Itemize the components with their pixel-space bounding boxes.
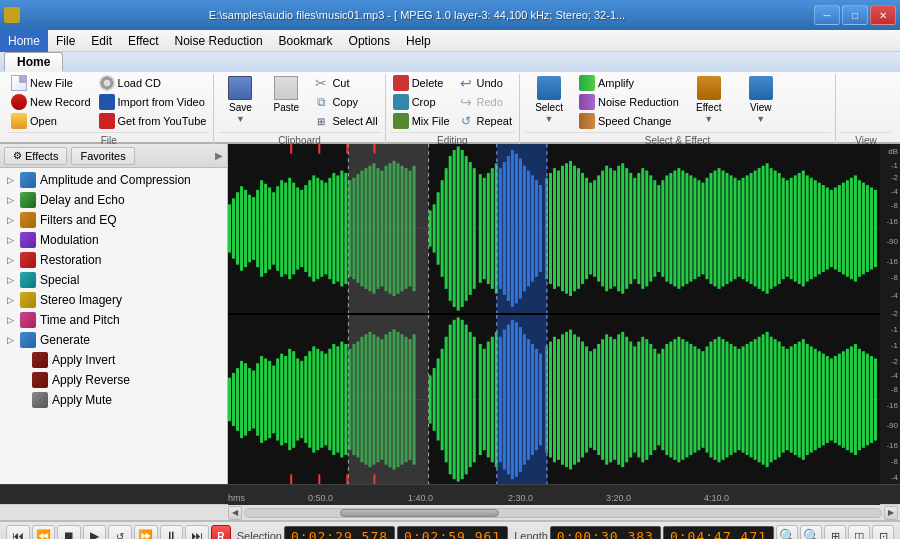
db-2: -2 [891, 174, 898, 182]
zoom-out-button[interactable]: 🔍- [800, 525, 822, 539]
repeat-button[interactable]: ↺ Repeat [455, 112, 515, 130]
expand-modulation-icon: ▷ [4, 234, 16, 246]
transport-stop[interactable]: ⏹ [57, 525, 81, 539]
transport-rewind[interactable]: ⏪ [32, 525, 56, 539]
mix-file-button[interactable]: Mix File [390, 112, 453, 130]
effects-item-filters[interactable]: ▷ Filters and EQ [0, 210, 227, 230]
mix-file-label: Mix File [412, 115, 450, 127]
effects-item-mute[interactable]: Apply Mute [0, 390, 227, 410]
import-video-button[interactable]: Import from Video [96, 93, 210, 111]
get-youtube-button[interactable]: Get from YouTube [96, 112, 210, 130]
new-file-button[interactable]: New File [8, 74, 94, 92]
menu-effect[interactable]: Effect [120, 30, 166, 52]
menu-bookmark[interactable]: Bookmark [271, 30, 341, 52]
hscrollbar-thumb[interactable] [340, 509, 499, 517]
select-all-button[interactable]: ⊞ Select All [310, 112, 380, 130]
waveform-track-top[interactable] [228, 144, 880, 315]
waveform-track-bottom[interactable] [228, 315, 880, 484]
zoom-sel2-button[interactable]: ⊡ [872, 525, 894, 539]
svg-rect-268 [629, 342, 632, 458]
close-button[interactable]: ✕ [870, 5, 896, 25]
svg-rect-305 [778, 342, 781, 458]
effects-tab-effects[interactable]: ⚙ Effects [4, 147, 67, 165]
svg-rect-197 [328, 349, 331, 450]
amplify-button[interactable]: Amplify [576, 74, 682, 92]
transport-pause[interactable]: ⏸ [160, 525, 184, 539]
transport-skip-back[interactable]: ⏮ [6, 525, 30, 539]
cut-button[interactable]: ✂ Cut [310, 74, 380, 92]
zoom-sel-button[interactable]: ◫ [848, 525, 870, 539]
effects-item-restoration[interactable]: ▷ Restoration [0, 250, 227, 270]
ribbon-file-col2: Load CD Import from Video Get from YouTu… [96, 74, 210, 130]
effects-list: ▷ Amplitude and Compression ▷ Delay and … [0, 168, 227, 484]
effects-item-modulation[interactable]: ▷ Modulation [0, 230, 227, 250]
svg-rect-131 [762, 166, 765, 292]
select-ribbon-button[interactable]: Select ▼ [524, 74, 574, 130]
svg-rect-6 [244, 190, 247, 267]
cut-label: Cut [332, 77, 349, 89]
menu-file[interactable]: File [48, 30, 83, 52]
maximize-button[interactable]: □ [842, 5, 868, 25]
svg-rect-304 [774, 339, 777, 460]
load-cd-button[interactable]: Load CD [96, 74, 210, 92]
record-button[interactable]: R [211, 525, 231, 539]
crop-button[interactable]: Crop [390, 93, 453, 111]
transport-loop[interactable]: ↺ [108, 525, 132, 539]
svg-rect-183 [272, 366, 275, 434]
effects-item-delay[interactable]: ▷ Delay and Echo [0, 190, 227, 210]
effects-item-generate[interactable]: ▷ Generate [0, 330, 227, 350]
svg-rect-325 [858, 349, 861, 450]
copy-button[interactable]: ⧉ Copy [310, 93, 380, 111]
svg-rect-339 [373, 474, 375, 484]
tab-home[interactable]: Home [4, 52, 63, 72]
effects-item-amplitude[interactable]: ▷ Amplitude and Compression [0, 170, 227, 190]
noise-reduction-button[interactable]: Noise Reduction [576, 93, 682, 111]
undo-button[interactable]: ↩ Undo [455, 74, 515, 92]
effects-item-invert[interactable]: Apply Invert [0, 350, 227, 370]
menu-help[interactable]: Help [398, 30, 439, 52]
noise-reduction-label: Noise Reduction [598, 96, 679, 108]
effects-item-stereo[interactable]: ▷ Stereo Imagery [0, 290, 227, 310]
save-button[interactable]: Save ▼ [218, 74, 262, 130]
svg-rect-4 [236, 192, 239, 264]
menu-home[interactable]: Home [0, 30, 48, 52]
redo-label: Redo [477, 96, 503, 108]
effects-item-special[interactable]: ▷ Special [0, 270, 227, 290]
svg-rect-99 [633, 178, 636, 279]
open-button[interactable]: Open [8, 112, 94, 130]
scroll-left-arrow[interactable]: ◀ [228, 506, 242, 520]
effect-ribbon-button[interactable]: Effect ▼ [684, 74, 734, 130]
effects-tab-favorites[interactable]: Favorites [71, 147, 134, 165]
new-record-button[interactable]: New Record [8, 93, 94, 111]
scroll-right-arrow[interactable]: ▶ [884, 506, 898, 520]
paste-button[interactable]: Paste [264, 74, 308, 130]
menu-noise[interactable]: Noise Reduction [167, 30, 271, 52]
transport-skip-forward[interactable]: ⏭ [185, 525, 209, 539]
menu-options[interactable]: Options [341, 30, 398, 52]
minimize-button[interactable]: ─ [814, 5, 840, 25]
delete-button[interactable]: Delete [390, 74, 453, 92]
zoom-in-button[interactable]: 🔍 [776, 525, 798, 539]
length-label: Length [514, 530, 548, 539]
waveform-area[interactable]: dB -1 -2 -4 -8 -16 -90 -16 -8 -4 -2 -1 -… [228, 144, 900, 484]
effects-scroll-right[interactable]: ▶ [215, 150, 223, 161]
speed-change-button[interactable]: Speed Change [576, 112, 682, 130]
db-1b: -1 [891, 326, 898, 334]
svg-rect-54 [449, 156, 452, 301]
view-button[interactable]: View ▼ [736, 74, 786, 130]
transport-forward[interactable]: ⏩ [134, 525, 158, 539]
menu-edit[interactable]: Edit [83, 30, 120, 52]
svg-rect-90 [597, 175, 600, 281]
effects-item-time[interactable]: ▷ Time and Pitch [0, 310, 227, 330]
svg-rect-291 [722, 339, 725, 460]
svg-rect-290 [718, 337, 721, 463]
effects-item-reverse[interactable]: Apply Reverse [0, 370, 227, 390]
hscrollbar-track[interactable] [244, 508, 882, 518]
delete-icon [393, 75, 409, 91]
svg-rect-222 [441, 349, 444, 450]
svg-rect-327 [866, 354, 869, 446]
svg-rect-182 [268, 361, 271, 438]
zoom-fit-button[interactable]: ⊞ [824, 525, 846, 539]
transport-play[interactable]: ▶ [83, 525, 107, 539]
effects-panel: ⚙ Effects Favorites ▶ ▷ Amplitude and Co… [0, 144, 228, 484]
